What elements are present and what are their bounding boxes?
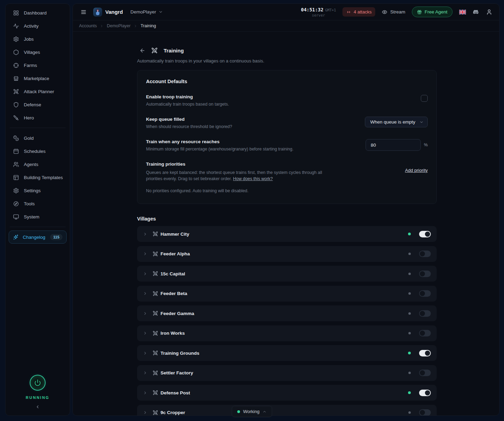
village-enable-toggle[interactable] — [419, 310, 431, 317]
menu-button[interactable] — [80, 9, 87, 15]
chevron-right-icon[interactable] — [143, 371, 147, 375]
village-row[interactable]: Iron Works — [137, 325, 437, 341]
village-row[interactable]: Hammer City — [137, 226, 437, 242]
village-status-dot — [408, 372, 411, 374]
village-status-dot — [408, 312, 411, 315]
sidebar-item-dashboard[interactable]: Dashboard — [9, 6, 67, 19]
language-flag-button[interactable] — [459, 10, 466, 14]
sidebar-item-building-templates[interactable]: Building Templates — [9, 171, 67, 184]
server-timezone: GMT+1 — [325, 8, 336, 12]
breadcrumb-account[interactable]: DemoPlayer — [107, 23, 130, 28]
enable-training-checkbox[interactable] — [421, 95, 428, 102]
village-enable-toggle[interactable] — [419, 251, 431, 257]
village-enable-toggle[interactable] — [419, 271, 431, 277]
toggle-knob — [420, 271, 425, 276]
stream-label: Stream — [390, 9, 405, 14]
breadcrumb-accounts[interactable]: Accounts — [79, 23, 97, 28]
setting-enable-training: Enable troop training Automatically trai… — [146, 94, 428, 107]
bot-status-label: RUNNING — [26, 395, 50, 400]
incoming-attacks-badge[interactable]: 4 attacks — [342, 7, 375, 17]
page-title: Training — [164, 48, 184, 53]
chevron-right-icon[interactable] — [143, 252, 147, 256]
sidebar-item-label: Schedules — [24, 149, 46, 154]
threshold-input[interactable] — [366, 139, 421, 151]
free-agent-button[interactable]: Free Agent — [412, 7, 453, 17]
chevron-right-icon[interactable] — [143, 351, 147, 355]
setting-desc: Minimum storage fill percentage (warehou… — [146, 147, 293, 151]
village-enable-toggle[interactable] — [419, 290, 431, 297]
chevron-right-icon[interactable] — [143, 311, 147, 316]
village-row[interactable]: 9c Cropper — [137, 405, 437, 415]
village-name: Defense Post — [161, 390, 190, 395]
sidebar-nav-primary: DashboardActivityJobsVillagesFarmsMarket… — [9, 6, 67, 124]
add-priority-link[interactable]: Add priority — [405, 168, 428, 173]
sidebar-item-attack-planner[interactable]: Attack Planner — [9, 85, 67, 98]
gift-icon — [417, 10, 422, 14]
how-does-this-work-link[interactable]: How does this work? — [233, 176, 273, 181]
account-switcher[interactable]: DemoPlayer — [130, 9, 163, 14]
sidebar-collapse-button[interactable] — [35, 404, 40, 411]
sidebar-item-marketplace[interactable]: Marketplace — [9, 72, 67, 85]
sidebar-item-label: Building Templates — [24, 175, 63, 180]
chevron-right-icon[interactable] — [143, 232, 147, 236]
queue-mode-select[interactable]: When queue is empty — [365, 117, 428, 127]
village-enable-toggle[interactable] — [419, 390, 431, 396]
sidebar-item-activity[interactable]: Activity — [9, 19, 67, 32]
back-button[interactable] — [139, 48, 145, 53]
page-header: Training — [137, 47, 437, 54]
chevron-right-icon[interactable] — [143, 291, 147, 296]
village-status-dot — [408, 352, 411, 354]
working-status-pill[interactable]: Working — [232, 406, 272, 416]
village-row[interactable]: Settler Factory — [137, 365, 437, 381]
sidebar-item-hero[interactable]: Hero — [9, 111, 67, 124]
village-row[interactable]: Feeder Beta — [137, 286, 437, 302]
chevron-right-icon[interactable] — [143, 331, 147, 335]
chevron-left-icon — [35, 404, 40, 409]
village-status-dot — [408, 332, 411, 334]
sidebar-item-changelog[interactable]: Changelog 115 — [9, 231, 67, 244]
sidebar-item-system[interactable]: System — [9, 210, 67, 223]
priorities-label: Training priorities — [146, 161, 334, 167]
chevron-right-icon[interactable] — [143, 410, 147, 415]
gear-icon — [13, 36, 19, 42]
sidebar-item-villages[interactable]: Villages — [9, 46, 67, 59]
crosshair-icon — [13, 62, 19, 68]
swords-icon — [153, 350, 158, 356]
sidebar-footer: RUNNING — [9, 375, 67, 411]
village-name: 9c Cropper — [161, 410, 185, 415]
sidebar-item-tools[interactable]: Tools — [9, 197, 67, 210]
village-enable-toggle[interactable] — [419, 409, 431, 415]
village-row[interactable]: Feeder Gamma — [137, 305, 437, 321]
village-status-dot — [408, 253, 411, 255]
village-enable-toggle[interactable] — [419, 350, 431, 356]
village-list: Hammer CityFeeder Alpha15c CapitalFeeder… — [137, 226, 437, 415]
swords-icon — [153, 231, 158, 237]
chevron-right-icon[interactable] — [143, 272, 147, 276]
swords-icon — [153, 251, 158, 257]
village-enable-toggle[interactable] — [419, 370, 431, 376]
sidebar-item-jobs[interactable]: Jobs — [9, 32, 67, 46]
power-button[interactable] — [30, 375, 46, 391]
sidebar-divider — [10, 128, 66, 128]
user-menu-button[interactable] — [486, 9, 492, 15]
sidebar-item-defense[interactable]: Defense — [9, 98, 67, 111]
sidebar-item-label: Gold — [24, 136, 34, 141]
village-enable-toggle[interactable] — [419, 231, 431, 237]
village-row[interactable]: Training Grounds — [137, 345, 437, 361]
discord-button[interactable] — [473, 9, 479, 16]
sidebar-item-agents[interactable]: Agents — [9, 158, 67, 171]
village-row[interactable]: 15c Capital — [137, 266, 437, 282]
sidebar-item-farms[interactable]: Farms — [9, 59, 67, 72]
swords-icon — [153, 271, 158, 276]
village-row[interactable]: Defense Post — [137, 385, 437, 401]
swords-icon — [153, 410, 158, 415]
sidebar-item-settings[interactable]: Settings — [9, 184, 67, 197]
toggle-knob — [420, 291, 425, 296]
sidebar-item-gold[interactable]: Gold — [9, 131, 67, 145]
chevron-right-icon[interactable] — [143, 391, 147, 395]
village-enable-toggle[interactable] — [419, 330, 431, 336]
stream-button[interactable]: Stream — [382, 9, 405, 15]
sidebar-item-schedules[interactable]: Schedules — [9, 145, 67, 158]
user-icon — [486, 9, 492, 15]
village-row[interactable]: Feeder Alpha — [137, 246, 437, 262]
